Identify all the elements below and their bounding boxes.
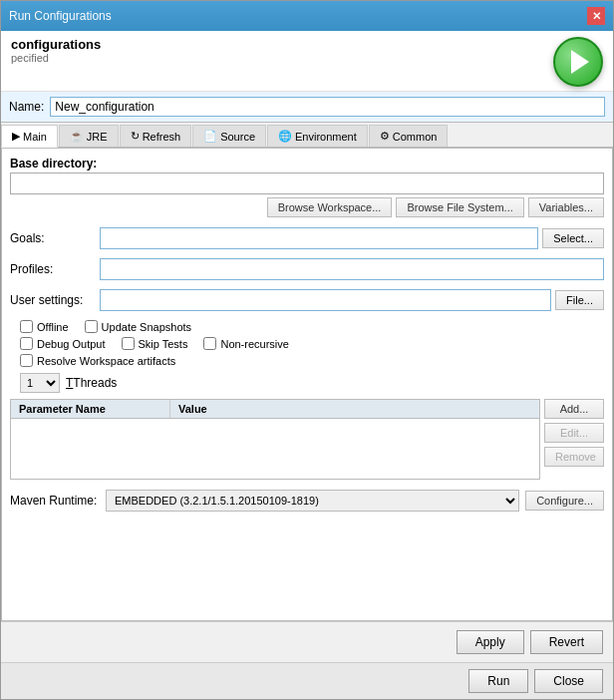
base-directory-input[interactable] [10, 173, 604, 194]
variables-button[interactable]: Variables... [528, 197, 604, 217]
add-param-button[interactable]: Add... [544, 399, 604, 419]
threads-select[interactable]: 1234 [20, 373, 60, 393]
param-name-column-header: Parameter Name [11, 400, 170, 418]
browse-workspace-button[interactable]: Browse Workspace... [267, 197, 393, 217]
offline-checkbox[interactable] [20, 320, 33, 333]
tab-main[interactable]: ▶ Main [1, 125, 58, 148]
profiles-input[interactable] [100, 258, 604, 280]
update-snapshots-label: Update Snapshots [102, 321, 192, 333]
offline-checkbox-item: Offline [20, 320, 69, 333]
name-row: Name: [1, 92, 613, 123]
tab-jre-label: JRE [87, 131, 108, 143]
edit-param-button[interactable]: Edit... [544, 423, 604, 443]
table-header: Parameter Name Value [11, 400, 539, 419]
close-button[interactable]: Close [534, 669, 603, 693]
title-bar: Run Configurations ✕ [1, 1, 613, 31]
threads-row: 1234 TThreads [10, 373, 604, 393]
skip-tests-checkbox-item: Skip Tests [122, 337, 188, 350]
tab-environment[interactable]: 🌐 Environment [267, 125, 368, 147]
skip-tests-checkbox[interactable] [122, 337, 135, 350]
tabs-bar: ▶ Main ☕ JRE ↻ Refresh 📄 Source 🌐 Enviro… [1, 123, 613, 148]
skip-tests-label: Skip Tests [139, 338, 188, 350]
debug-output-checkbox-item: Debug Output [20, 337, 106, 350]
name-input[interactable] [50, 97, 605, 117]
non-recursive-checkbox-item: Non-recursive [203, 337, 288, 350]
apply-button[interactable]: Apply [457, 630, 524, 654]
checkbox-row-1: Offline Update Snapshots [20, 320, 604, 333]
environment-tab-icon: 🌐 [278, 130, 292, 143]
profiles-row: Profiles: [10, 258, 604, 280]
jre-tab-icon: ☕ [70, 130, 84, 143]
table-body [11, 419, 539, 479]
checkboxes-area: Offline Update Snapshots Debug Output Sk… [10, 320, 604, 367]
maven-runtime-row: Maven Runtime: EMBEDDED (3.2.1/1.5.1.201… [10, 490, 604, 512]
base-directory-label: Base directory: [10, 157, 604, 171]
resolve-workspace-label: Resolve Workspace artifacts [37, 355, 175, 367]
refresh-tab-icon: ↻ [131, 130, 140, 143]
tab-source[interactable]: 📄 Source [192, 125, 266, 147]
tab-main-label: Main [23, 131, 47, 143]
name-label: Name: [9, 100, 44, 114]
checkbox-row-2: Debug Output Skip Tests Non-recursive [20, 337, 604, 350]
play-triangle-icon [571, 50, 589, 74]
main-content-area: Base directory: Browse Workspace... Brow… [1, 148, 613, 621]
tab-source-label: Source [220, 131, 255, 143]
value-column-header: Value [170, 400, 539, 418]
tab-jre[interactable]: ☕ JRE [59, 125, 119, 147]
user-settings-row: User settings: File... [10, 289, 604, 311]
user-settings-input[interactable] [100, 289, 551, 311]
checkbox-row-3: Resolve Workspace artifacts [20, 354, 604, 367]
threads-label: TThreads [66, 376, 117, 390]
maven-runtime-label: Maven Runtime: [10, 494, 100, 508]
user-settings-label: User settings: [10, 293, 100, 307]
tab-refresh-label: Refresh [143, 131, 181, 143]
update-snapshots-checkbox-item: Update Snapshots [85, 320, 192, 333]
tab-refresh[interactable]: ↻ Refresh [120, 125, 192, 147]
resolve-workspace-checkbox-item: Resolve Workspace artifacts [20, 354, 175, 367]
base-directory-section: Base directory: Browse Workspace... Brow… [10, 157, 604, 221]
param-table-area: Parameter Name Value Add... Edit... Remo… [10, 399, 604, 480]
tab-environment-label: Environment [295, 131, 357, 143]
debug-output-checkbox[interactable] [20, 337, 33, 350]
file-button[interactable]: File... [555, 290, 604, 310]
header-area: configurations pecified [1, 31, 613, 92]
goals-input[interactable] [100, 227, 538, 249]
revert-button[interactable]: Revert [530, 630, 603, 654]
run-icon [553, 37, 603, 87]
param-actions: Add... Edit... Remove [544, 399, 604, 480]
bottom-buttons: Run Close [1, 662, 613, 699]
configure-button[interactable]: Configure... [525, 491, 604, 511]
run-button[interactable]: Run [468, 669, 528, 693]
non-recursive-label: Non-recursive [220, 338, 288, 350]
maven-runtime-select[interactable]: EMBEDDED (3.2.1/1.5.1.20150109-1819) [106, 490, 519, 512]
goals-row: Goals: Select... [10, 227, 604, 249]
profiles-label: Profiles: [10, 262, 100, 276]
update-snapshots-checkbox[interactable] [85, 320, 98, 333]
offline-label: Offline [37, 321, 69, 333]
config-title: configurations [11, 37, 101, 52]
browse-filesystem-button[interactable]: Browse File System... [396, 197, 523, 217]
param-table: Parameter Name Value [10, 399, 540, 480]
debug-output-label: Debug Output [37, 338, 106, 350]
select-button[interactable]: Select... [542, 228, 604, 248]
footer-buttons: Apply Revert [1, 621, 613, 662]
window-title: Run Configurations [9, 9, 112, 23]
tab-common-label: Common [393, 131, 438, 143]
remove-param-button[interactable]: Remove [544, 447, 604, 467]
config-subtitle: pecified [11, 52, 101, 64]
browse-buttons-group: Browse Workspace... Browse File System..… [10, 197, 604, 217]
non-recursive-checkbox[interactable] [203, 337, 216, 350]
common-tab-icon: ⚙ [380, 130, 390, 143]
tab-common[interactable]: ⚙ Common [369, 125, 449, 147]
close-window-button[interactable]: ✕ [587, 7, 605, 25]
run-configurations-window: Run Configurations ✕ configurations peci… [0, 0, 614, 700]
resolve-workspace-checkbox[interactable] [20, 354, 33, 367]
main-tab-icon: ▶ [12, 130, 20, 143]
source-tab-icon: 📄 [203, 130, 217, 143]
goals-label: Goals: [10, 231, 100, 245]
